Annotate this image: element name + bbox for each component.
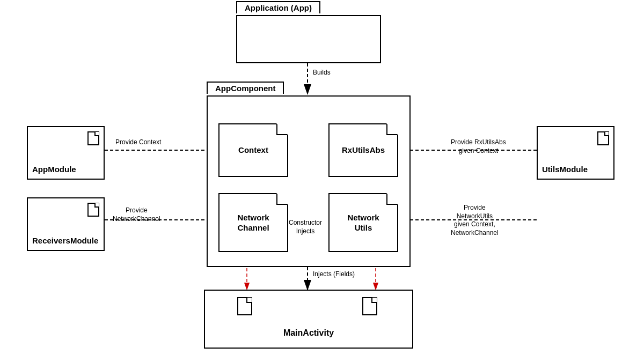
appmodule-box: AppModule: [27, 126, 105, 180]
application-tab: Application (App): [236, 1, 320, 13]
rxutilsabs-label: RxUtilsAbs: [342, 145, 385, 156]
injects-fields-label: Injects (Fields): [313, 270, 355, 279]
rxutilsabs-box: RxUtilsAbs: [328, 123, 398, 177]
networkchannel-box: NetworkChannel: [218, 193, 288, 252]
context-label: Context: [238, 145, 268, 156]
provide-networkutils-label: ProvideNetworkUtilsgiven Context,Network…: [451, 204, 499, 237]
mainactivity-box: MainActivity: [204, 290, 413, 349]
builds-label: Builds: [313, 69, 331, 77]
provide-networkchannel-label: ProvideNetworkChannel: [113, 206, 160, 223]
utilsmodule-box: UtilsModule: [537, 126, 614, 180]
networkutils-label: NetworkUtils: [347, 212, 379, 233]
context-box: Context: [218, 123, 288, 177]
application-box: Application (App): [236, 15, 381, 63]
networkchannel-label: NetworkChannel: [237, 212, 269, 233]
mainactivity-label: MainActivity: [283, 328, 334, 339]
appcomponent-tab: AppComponent: [207, 82, 284, 94]
constructor-injects-label: ConstructorInjects: [289, 219, 322, 235]
receiversmodule-box: ReceiversModule: [27, 197, 105, 251]
provide-rxutilsabs-label: Provide RxUtilsAbsgiven Context: [451, 138, 506, 155]
provide-context-label: Provide Context: [115, 138, 161, 147]
receiversmodule-label: ReceiversModule: [32, 235, 98, 246]
utilsmodule-label: UtilsModule: [542, 164, 588, 175]
diagram-container: Application (App) AppComponent Context R…: [0, 0, 644, 362]
appcomponent-box: AppComponent Context RxUtilsAbs NetworkC…: [207, 95, 411, 267]
networkutils-box: NetworkUtils: [328, 193, 398, 252]
appmodule-label: AppModule: [32, 164, 76, 175]
